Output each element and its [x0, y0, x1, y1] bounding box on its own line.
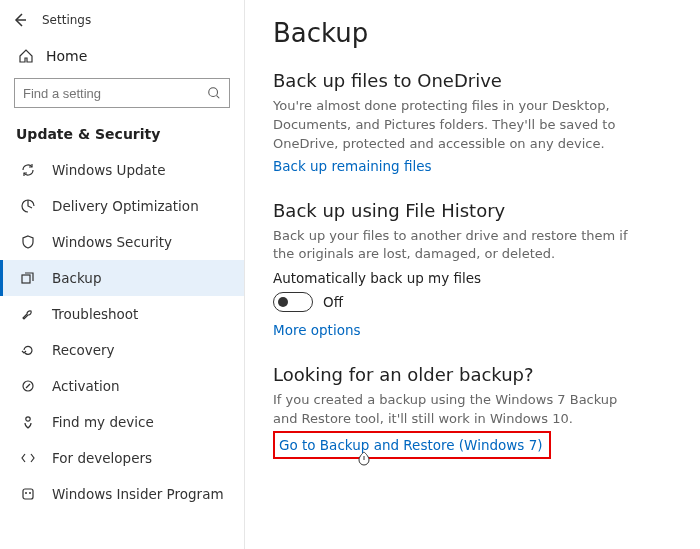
code-icon	[20, 450, 36, 466]
older-description: If you created a backup using the Window…	[273, 391, 633, 429]
nav-label: Find my device	[52, 414, 154, 430]
backup-restore-win7-link[interactable]: Go to Backup and Restore (Windows 7)	[279, 437, 543, 453]
nav-label: Backup	[52, 270, 102, 286]
svg-point-0	[209, 88, 218, 97]
back-button[interactable]	[10, 10, 30, 30]
key-icon	[20, 378, 36, 394]
nav-item-delivery-optimization[interactable]: Delivery Optimization	[0, 188, 244, 224]
nav-label: Delivery Optimization	[52, 198, 199, 214]
svg-rect-4	[23, 489, 33, 499]
section-onedrive: Back up files to OneDrive You're almost …	[273, 70, 672, 174]
recovery-icon	[20, 342, 36, 358]
highlight-annotation: Go to Backup and Restore (Windows 7)	[273, 431, 551, 459]
nav-label: Troubleshoot	[52, 306, 138, 322]
nav-label: Windows Security	[52, 234, 172, 250]
auto-backup-toggle[interactable]	[273, 292, 313, 312]
search-box[interactable]	[14, 78, 230, 108]
nav-label: Windows Insider Program	[52, 486, 224, 502]
nav-item-find-my-device[interactable]: Find my device	[0, 404, 244, 440]
nav-label: Activation	[52, 378, 120, 394]
toggle-state: Off	[323, 294, 343, 310]
onedrive-description: You're almost done protecting files in y…	[273, 97, 633, 154]
nav-item-windows-update[interactable]: Windows Update	[0, 152, 244, 188]
toggle-knob-icon	[278, 297, 288, 307]
sidebar: Settings Home Update & Security W	[0, 0, 245, 549]
shield-icon	[20, 234, 36, 250]
nav-item-recovery[interactable]: Recovery	[0, 332, 244, 368]
backup-icon	[20, 270, 36, 286]
onedrive-heading: Back up files to OneDrive	[273, 70, 672, 91]
app-title: Settings	[42, 13, 91, 27]
nav-item-windows-insider[interactable]: Windows Insider Program	[0, 476, 244, 512]
home-nav[interactable]: Home	[0, 38, 244, 74]
section-older-backup: Looking for an older backup? If you crea…	[273, 364, 672, 459]
filehistory-heading: Back up using File History	[273, 200, 672, 221]
main-content: Backup Back up files to OneDrive You're …	[245, 0, 700, 549]
search-container	[0, 74, 244, 120]
delivery-icon	[20, 198, 36, 214]
page-title: Backup	[273, 18, 672, 48]
search-icon	[207, 86, 221, 100]
location-icon	[20, 414, 36, 430]
home-label: Home	[46, 48, 87, 64]
nav-item-for-developers[interactable]: For developers	[0, 440, 244, 476]
backup-remaining-link[interactable]: Back up remaining files	[273, 158, 432, 174]
wrench-icon	[20, 306, 36, 322]
toggle-row: Off	[273, 292, 672, 312]
svg-point-6	[29, 492, 31, 494]
title-bar: Settings	[0, 6, 244, 38]
nav-item-activation[interactable]: Activation	[0, 368, 244, 404]
nav-item-troubleshoot[interactable]: Troubleshoot	[0, 296, 244, 332]
nav-label: For developers	[52, 450, 152, 466]
older-heading: Looking for an older backup?	[273, 364, 672, 385]
svg-point-3	[26, 417, 30, 421]
more-options-link[interactable]: More options	[273, 322, 360, 338]
nav-label: Recovery	[52, 342, 115, 358]
cursor-icon	[357, 451, 371, 469]
sync-icon	[20, 162, 36, 178]
insider-icon	[20, 486, 36, 502]
nav-label: Windows Update	[52, 162, 165, 178]
filehistory-description: Back up your files to another drive and …	[273, 227, 633, 265]
nav-item-windows-security[interactable]: Windows Security	[0, 224, 244, 260]
back-arrow-icon	[12, 12, 28, 28]
section-header: Update & Security	[0, 120, 244, 152]
home-icon	[18, 48, 34, 64]
svg-point-5	[25, 492, 27, 494]
section-file-history: Back up using File History Back up your …	[273, 200, 672, 339]
svg-rect-1	[22, 275, 30, 283]
nav-item-backup[interactable]: Backup	[0, 260, 244, 296]
auto-backup-label: Automatically back up my files	[273, 270, 672, 286]
search-input[interactable]	[23, 86, 207, 101]
nav-list: Windows Update Delivery Optimization Win…	[0, 152, 244, 512]
